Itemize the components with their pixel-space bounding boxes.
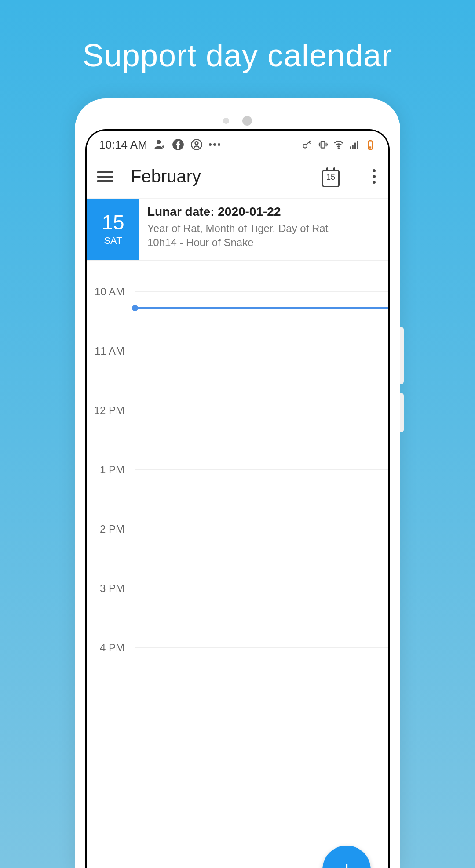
svg-rect-9 (352, 145, 354, 149)
hour-label: 4 PM (87, 642, 131, 654)
hour-row[interactable]: 11 AM (135, 351, 388, 410)
svg-rect-10 (354, 143, 356, 149)
svg-point-0 (157, 140, 161, 144)
vibrate-icon (317, 139, 329, 150)
hour-row[interactable]: 10 AM (135, 291, 388, 351)
lunar-date-detail: Year of Rat, Month of Tiger, Day of Rat (147, 222, 380, 236)
app-bar: February 15 (87, 155, 388, 198)
hour-label: 11 AM (87, 345, 131, 357)
date-weekday: SAT (104, 235, 122, 247)
lunar-info: Lunar date: 2020-01-22 Year of Rat, Mont… (139, 199, 388, 260)
hour-label: 12 PM (87, 404, 131, 417)
signal-icon (349, 139, 360, 150)
current-time-indicator (135, 307, 388, 309)
svg-point-5 (303, 144, 307, 148)
svg-point-1 (162, 145, 164, 148)
phone-speaker (223, 116, 252, 126)
person-icon (153, 138, 166, 151)
hour-label: 3 PM (87, 582, 131, 595)
hour-row[interactable]: 3 PM (135, 588, 388, 647)
date-badge: 15 SAT (87, 199, 139, 260)
svg-rect-8 (350, 146, 351, 149)
key-icon (301, 139, 313, 150)
add-event-fab[interactable]: + (322, 846, 371, 868)
phone-screen: 10:14 AM February 15 (85, 129, 390, 868)
svg-point-4 (195, 142, 198, 145)
phone-side-button (400, 327, 404, 384)
svg-rect-13 (369, 140, 371, 141)
plus-icon: + (340, 856, 354, 868)
date-number: 15 (102, 212, 124, 232)
today-badge-number: 15 (326, 173, 335, 182)
lunar-date-hour: 10h14 - Hour of Snake (147, 236, 380, 250)
day-timeline[interactable]: 10 AM 11 AM 12 PM 1 PM 2 PM 3 PM 4 PM (87, 261, 388, 707)
more-horizontal-icon (209, 143, 220, 146)
hour-row[interactable]: 1 PM (135, 469, 388, 529)
app-bar-title[interactable]: February (131, 167, 304, 186)
svg-rect-11 (357, 141, 358, 149)
lunar-date-title: Lunar date: 2020-01-22 (147, 205, 380, 219)
phone-mockup-frame: 10:14 AM February 15 (75, 98, 400, 868)
promo-title: Support day calendar (0, 0, 475, 73)
battery-icon (365, 139, 376, 150)
status-time: 10:14 AM (99, 138, 147, 152)
day-header[interactable]: 15 SAT Lunar date: 2020-01-22 Year of Ra… (87, 199, 388, 261)
today-button[interactable]: 15 (322, 168, 340, 185)
hour-label: 1 PM (87, 464, 131, 476)
menu-icon[interactable] (97, 171, 113, 182)
svg-rect-6 (321, 141, 325, 148)
circle-icon (190, 138, 203, 151)
hour-row[interactable]: 12 PM (135, 410, 388, 469)
svg-point-7 (338, 148, 339, 149)
hour-row[interactable]: 4 PM (135, 647, 388, 707)
wifi-icon (333, 139, 344, 150)
hour-label: 2 PM (87, 523, 131, 535)
hour-row[interactable]: 2 PM (135, 529, 388, 588)
status-bar: 10:14 AM (87, 131, 388, 155)
phone-side-button (400, 393, 404, 432)
more-vertical-icon[interactable] (370, 167, 378, 186)
svg-rect-14 (369, 146, 371, 148)
facebook-icon (172, 138, 184, 151)
hour-label: 10 AM (87, 286, 131, 298)
